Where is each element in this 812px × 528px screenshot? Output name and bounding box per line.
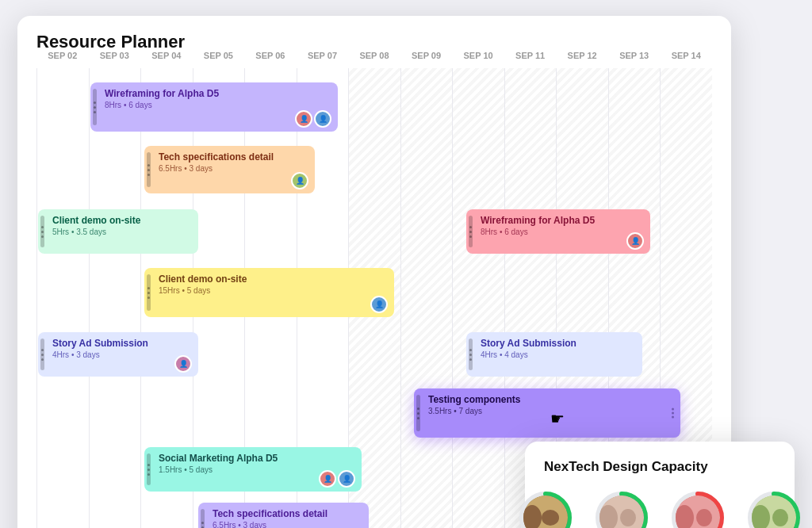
col-label-sep06: SEP 06 (244, 51, 297, 60)
col-label-sep11: SEP 11 (504, 51, 557, 60)
capacity-card: NexTech Design Capacity (525, 442, 795, 528)
svg-point-3 (542, 510, 559, 526)
avatar: 👤 (295, 110, 312, 128)
avatar: 👤 (314, 110, 331, 128)
task-bar-t6[interactable]: Story Ad Submission 4Hrs • 3 days 👤 (38, 332, 198, 377)
avatar: 👤 (370, 296, 388, 313)
avatar: 👤 (174, 355, 192, 373)
task-bar-t8[interactable]: Testing components 3.5Hrs • 7 days (414, 388, 680, 438)
cap-ring-3 (669, 489, 726, 528)
task-bar-t4[interactable]: Wireframing for Alpha D5 8Hrs • 6 days 👤 (466, 209, 650, 254)
grid-col-sep03 (89, 68, 141, 528)
col-label-sep10: SEP 10 (452, 51, 504, 60)
col-label-sep02: SEP 02 (36, 51, 89, 60)
svg-point-13 (696, 509, 712, 526)
cap-ring-4 (745, 489, 802, 528)
task-bar-t3[interactable]: Client demo on-site 5Hrs • 3.5 days (38, 209, 198, 254)
grid-col-sep02 (36, 68, 89, 528)
cap-ring-2 (593, 489, 650, 528)
col-label-sep07: SEP 07 (297, 51, 349, 60)
capacity-avatars-row: 75% (544, 489, 776, 528)
col-label-sep13: SEP 13 (608, 51, 661, 60)
capacity-person-3: 50% (669, 489, 726, 528)
col-label-sep05: SEP 05 (193, 51, 245, 60)
col-label-sep09: SEP 09 (400, 51, 453, 60)
task-bar-t5[interactable]: Client demo on-site 15Hrs • 5 days 👤 (144, 268, 394, 317)
col-label-sep03: SEP 03 (89, 51, 141, 60)
task-bar-t7[interactable]: Story Ad Submission 4Hrs • 4 days (466, 332, 642, 377)
cursor-icon: ☛ (550, 409, 565, 428)
capacity-person-4: 50% (745, 489, 802, 528)
avatar: 👤 (626, 232, 644, 250)
avatar: 👤 (291, 172, 308, 189)
col-label-sep14: SEP 14 (660, 51, 712, 60)
task-bar-t1[interactable]: Wireframing for Alpha D5 8Hrs • 6 days 👤… (90, 82, 338, 132)
task-bar-t10[interactable]: Tech specifications detail 6.5Hrs • 3 da… (198, 503, 369, 528)
col-label-sep08: SEP 08 (348, 51, 400, 60)
page-title: Resource Planner (17, 16, 731, 52)
capacity-title: NexTech Design Capacity (544, 459, 776, 475)
grid-col-sep09 (400, 68, 453, 528)
col-label-sep04: SEP 04 (140, 51, 193, 60)
svg-point-8 (620, 509, 636, 526)
capacity-person-2: 62% (593, 489, 650, 528)
task-bar-t2[interactable]: Tech specifications detail 6.5Hrs • 3 da… (144, 146, 315, 193)
outer-container: Resource Planner (17, 16, 795, 528)
task-bar-t9[interactable]: Social Marketing Alpha D5 1.5Hrs • 5 day… (144, 447, 362, 492)
cap-ring-1 (517, 489, 574, 528)
col-label-sep12: SEP 12 (556, 51, 608, 60)
grid-col-sep10 (452, 68, 504, 528)
capacity-person-1: 75% (517, 489, 574, 528)
avatar: 👤 (319, 470, 336, 488)
svg-point-18 (772, 509, 788, 526)
avatar: 👤 (338, 470, 355, 488)
